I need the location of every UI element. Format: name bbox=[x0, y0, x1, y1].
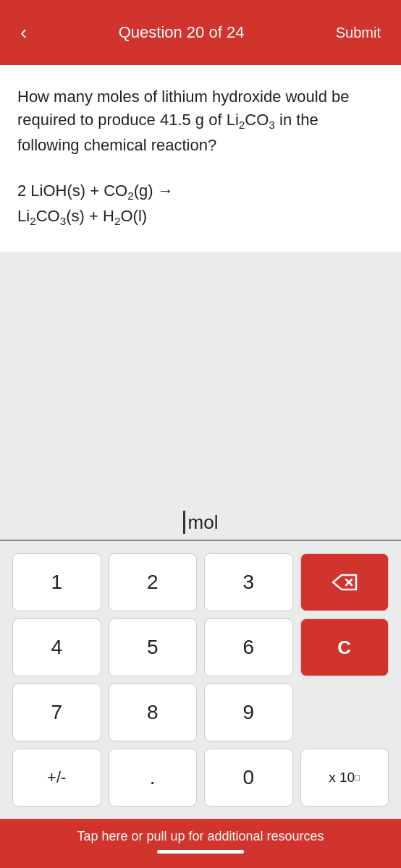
spacer bbox=[0, 252, 401, 498]
answer-unit: mol bbox=[188, 511, 219, 534]
key-5[interactable]: 5 bbox=[109, 618, 198, 676]
key-6[interactable]: 6 bbox=[204, 618, 293, 676]
home-indicator bbox=[14, 844, 387, 858]
answer-cursor bbox=[183, 511, 185, 534]
back-button[interactable]: ‹ bbox=[14, 15, 33, 50]
question-counter: Question 20 of 24 bbox=[119, 23, 245, 42]
key-8[interactable]: 8 bbox=[109, 684, 198, 741]
home-bar bbox=[157, 850, 244, 854]
question-text: How many moles of lithium hydroxide woul… bbox=[17, 85, 384, 230]
key-7[interactable]: 7 bbox=[12, 684, 101, 741]
answer-display: mol bbox=[0, 498, 401, 541]
key-9[interactable]: 9 bbox=[204, 684, 293, 741]
backspace-button[interactable] bbox=[300, 553, 389, 611]
bottom-bar[interactable]: Tap here or pull up for additional resou… bbox=[0, 819, 401, 868]
key-2[interactable]: 2 bbox=[109, 553, 198, 611]
question-area: How many moles of lithium hydroxide woul… bbox=[0, 65, 401, 252]
key-decimal[interactable]: . bbox=[109, 749, 198, 807]
key-3[interactable]: 3 bbox=[204, 553, 293, 611]
submit-button[interactable]: Submit bbox=[330, 19, 387, 47]
key-4[interactable]: 4 bbox=[12, 618, 101, 676]
key-empty bbox=[300, 684, 389, 741]
keypad: 1 2 3 4 5 6 C 7 8 9 +/- . 0 x 10□ bbox=[0, 544, 401, 819]
key-1[interactable]: 1 bbox=[12, 553, 101, 611]
clear-button[interactable]: C bbox=[300, 618, 389, 676]
bottom-bar-label: Tap here or pull up for additional resou… bbox=[77, 829, 324, 843]
top-bar: ‹ Question 20 of 24 Submit bbox=[0, 0, 401, 65]
key-plusminus[interactable]: +/- bbox=[12, 749, 101, 807]
key-exponent[interactable]: x 10□ bbox=[300, 749, 389, 807]
answer-section: mol 1 2 3 4 5 6 C 7 8 9 +/- . 0 x 10□ bbox=[0, 498, 401, 819]
key-0[interactable]: 0 bbox=[204, 749, 293, 807]
